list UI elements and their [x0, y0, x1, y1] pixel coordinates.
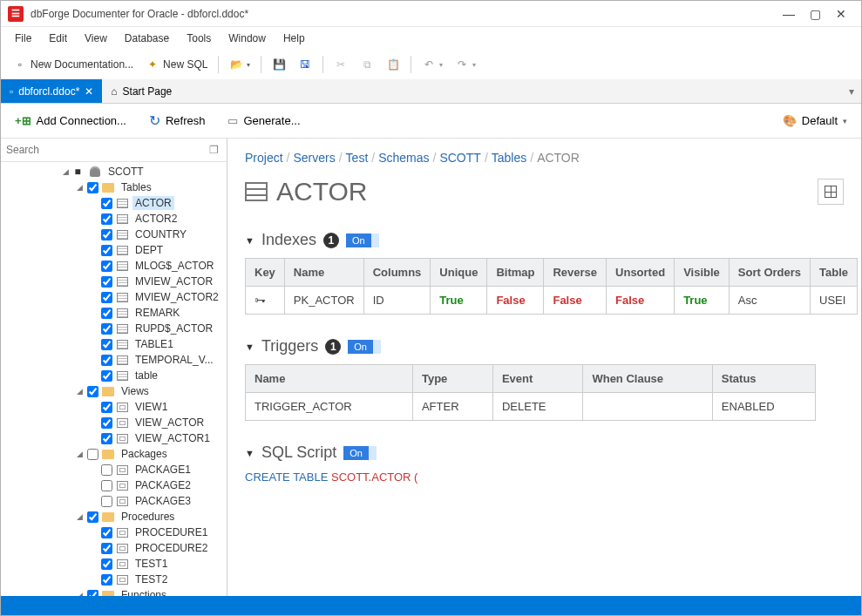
tree-node[interactable]: ◢Packages — [1, 446, 227, 462]
tree-node-label[interactable]: Tables — [119, 180, 154, 194]
column-header[interactable]: Status — [712, 365, 815, 393]
tree-node-label[interactable]: PACKAGE1 — [132, 463, 193, 477]
breadcrumb-item[interactable]: Test — [346, 151, 369, 165]
refresh-button[interactable]: ↻ Refresh — [144, 109, 211, 132]
include-checkbox[interactable] — [101, 464, 112, 476]
close-icon[interactable]: ✕ — [85, 85, 93, 98]
tree-node-label[interactable]: PACKAGE3 — [132, 494, 193, 508]
tree-node-label[interactable]: TEST1 — [132, 557, 170, 571]
tree-node[interactable]: TABLE1 — [1, 336, 227, 352]
tab-dbforcl-ddoc-[interactable]: ▫dbforcl.ddoc*✕ — [1, 79, 102, 103]
menu-help[interactable]: Help — [275, 29, 314, 48]
tree-node-label[interactable]: DEPT — [132, 243, 166, 257]
include-checkbox[interactable] — [101, 276, 112, 288]
tree-node-label[interactable]: REMARK — [132, 306, 182, 320]
include-checkbox[interactable] — [101, 198, 112, 209]
tree-node-label[interactable]: TEMPORAL_V... — [132, 353, 216, 367]
include-checkbox[interactable] — [87, 511, 98, 523]
redo-button[interactable]: ↷▾ — [450, 55, 481, 74]
tree-node[interactable]: PACKAGE3 — [1, 493, 227, 509]
tree-node[interactable]: ◢Functions — [1, 587, 227, 596]
tree-node[interactable]: ◢Tables — [1, 179, 227, 195]
new-documentation-button[interactable]: ▫ New Documentation... — [8, 55, 139, 74]
include-checkbox[interactable] — [101, 229, 112, 240]
tree-node[interactable]: PACKAGE1 — [1, 462, 227, 477]
include-checkbox[interactable] — [87, 449, 98, 460]
include-checkbox[interactable] — [101, 308, 112, 319]
paste-button[interactable]: 📋 — [381, 55, 405, 74]
tree-node-label[interactable]: SCOTT — [105, 165, 146, 179]
tree-node[interactable]: COUNTRY — [1, 227, 227, 242]
tab-start-page[interactable]: ⌂Start Page — [102, 79, 180, 103]
tree-node[interactable]: TEMPORAL_V... — [1, 352, 227, 368]
include-checkbox[interactable] — [101, 527, 112, 538]
tree-node-label[interactable]: COUNTRY — [132, 227, 189, 241]
tree-node-label[interactable]: MVIEW_ACTOR2 — [132, 290, 221, 304]
collapse-toggle[interactable]: ▼ — [245, 235, 255, 246]
new-sql-button[interactable]: ✦ New SQL — [140, 55, 213, 74]
add-connection-button[interactable]: +⊞ Add Connection... — [10, 111, 132, 131]
tree-node[interactable]: REMARK — [1, 305, 227, 321]
table-row[interactable]: 🗝PK_ACTORIDTrueFalseFalseFalseTrueAscUSE… — [246, 287, 858, 315]
save-button[interactable]: 💾 — [267, 55, 291, 74]
save-all-button[interactable]: 🖫 — [293, 55, 317, 74]
tree-node-label[interactable]: TEST2 — [132, 572, 170, 586]
breadcrumb-item[interactable]: Tables — [492, 151, 526, 165]
menu-database[interactable]: Database — [116, 29, 178, 48]
search-options-button[interactable]: ❐ — [206, 142, 221, 158]
include-checkbox[interactable] — [101, 213, 112, 225]
tree-node[interactable]: ◢Views — [1, 383, 227, 399]
menu-file[interactable]: File — [6, 29, 40, 48]
include-checkbox[interactable] — [101, 543, 112, 554]
include-checkbox[interactable] — [101, 370, 112, 382]
tree-node[interactable]: ACTOR2 — [1, 211, 227, 227]
tree-node-label[interactable]: VIEW1 — [132, 400, 170, 414]
menu-edit[interactable]: Edit — [40, 29, 76, 48]
column-header[interactable]: Type — [412, 365, 492, 393]
include-checkbox[interactable] — [87, 590, 98, 597]
tree-node-label[interactable]: PROCEDURE2 — [132, 541, 210, 555]
menu-view[interactable]: View — [76, 29, 116, 48]
include-checkbox[interactable] — [101, 292, 112, 303]
content-panel[interactable]: Project/Servers/Test/Schemas/SCOTT/Table… — [227, 139, 861, 596]
tree-node[interactable]: VIEW_ACTOR — [1, 415, 227, 430]
include-checkbox[interactable] — [101, 261, 112, 272]
include-checkbox[interactable] — [101, 480, 112, 491]
column-header[interactable]: Key — [246, 259, 285, 287]
include-checkbox[interactable] — [101, 417, 112, 429]
column-header[interactable]: Table — [811, 259, 858, 287]
include-checkbox[interactable] — [87, 386, 98, 397]
tree-node-label[interactable]: RUPD$_ACTOR — [132, 322, 215, 335]
expand-toggle[interactable]: ◢ — [74, 512, 85, 521]
theme-selector[interactable]: 🎨 Default ▾ — [777, 111, 852, 131]
expand-toggle[interactable]: ◢ — [74, 387, 85, 396]
breadcrumb-item[interactable]: SCOTT — [439, 151, 480, 165]
include-checkbox[interactable] — [101, 433, 112, 444]
column-header[interactable]: Bitmap — [487, 259, 544, 287]
tree-node[interactable]: TEST1 — [1, 556, 227, 572]
minimize-button[interactable]: — — [776, 5, 802, 23]
tree-node[interactable]: MVIEW_ACTOR2 — [1, 289, 227, 305]
tree-node[interactable]: MLOG$_ACTOR — [1, 258, 227, 274]
include-checkbox[interactable] — [101, 558, 112, 570]
tree-node-label[interactable]: TABLE1 — [132, 337, 176, 351]
open-button[interactable]: 📂▾ — [224, 55, 255, 74]
collapse-toggle[interactable]: ▼ — [245, 342, 255, 352]
column-header[interactable]: Event — [492, 365, 583, 393]
tree-node[interactable]: PACKAGE2 — [1, 477, 227, 493]
include-checkbox[interactable] — [101, 496, 112, 507]
tree-node[interactable]: PROCEDURE2 — [1, 540, 227, 556]
generate-button[interactable]: ▭ Generate... — [222, 111, 305, 131]
layout-grid-button[interactable] — [818, 179, 844, 205]
tree-node-label[interactable]: ACTOR — [132, 196, 174, 210]
table-row[interactable]: TRIGGER_ACTORAFTERDELETEENABLED — [246, 393, 816, 421]
column-header[interactable]: Visible — [675, 259, 730, 287]
tree-node[interactable]: table — [1, 368, 227, 383]
include-checkbox[interactable] — [101, 245, 112, 256]
tree-node-label[interactable]: Functions — [119, 588, 169, 596]
tree-node[interactable]: VIEW_ACTOR1 — [1, 430, 227, 446]
expand-toggle[interactable]: ◢ — [74, 450, 85, 458]
column-header[interactable]: When Clause — [583, 365, 712, 393]
tree-node-label[interactable]: PROCEDURE1 — [132, 525, 210, 539]
copy-button[interactable]: ⧉ — [355, 55, 379, 74]
